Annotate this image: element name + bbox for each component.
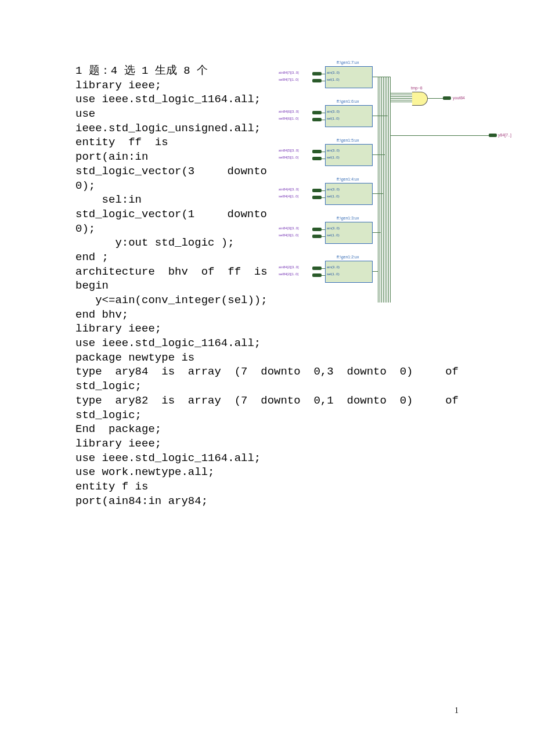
output-pin <box>489 134 497 137</box>
bus-wire <box>381 77 382 303</box>
wire <box>390 100 412 100</box>
output-label: yout84 <box>453 96 465 100</box>
wire <box>390 98 412 99</box>
code-line: use ieee.std_logic_1164.all; <box>75 451 459 466</box>
code-line: use work.newtype.all; <box>75 465 459 480</box>
output-label: y84[7..] <box>498 133 511 137</box>
code-frag: std_logic_vector(3 <box>75 164 194 179</box>
bus-wire <box>378 77 378 303</box>
internal-port-label: sel(1..0) <box>327 78 340 81</box>
wire <box>322 74 325 74</box>
internal-port-label: ain(3..0) <box>327 110 340 113</box>
code-line: std_logic_vector(3 downto <box>75 164 267 179</box>
code-line: end bhv; <box>75 308 459 322</box>
wire <box>322 113 325 113</box>
port-label: ain84[2][3..0] <box>279 265 299 269</box>
code-line: package newtype is <box>75 351 459 365</box>
port-label: sel84[5][1..0] <box>279 156 298 159</box>
code-line: std_logic; <box>75 408 459 423</box>
bus-wire <box>383 77 384 303</box>
port-label: ain84[4][3..0] <box>279 188 299 191</box>
internal-port-label: sel(1..0) <box>327 233 340 237</box>
schematic-diagram: ff:\gen1:7:uxain84[7][3..0]sel84[7][1..0… <box>279 58 464 296</box>
port-label: ain84[5][3..0] <box>279 149 299 152</box>
port-label: sel84[2][1..0] <box>279 272 298 276</box>
internal-port-label: ain(3..0) <box>327 226 340 230</box>
internal-port-label: sel(1..0) <box>327 195 340 198</box>
input-pin <box>312 79 322 82</box>
code-frag: downto <box>228 164 267 179</box>
code-line: entity f is <box>75 480 459 494</box>
input-pin <box>312 235 322 238</box>
block-title: ff:\gen1:5:ux <box>337 138 359 142</box>
wire <box>322 268 325 269</box>
block-title: ff:\gen1:7:ux <box>337 60 359 64</box>
wire <box>322 229 325 230</box>
code-line: type ary84 is array (7 downto 0,3 downto… <box>75 365 459 379</box>
internal-port-label: sel(1..0) <box>327 117 340 120</box>
wire <box>322 275 325 276</box>
wire <box>322 120 325 120</box>
code-frag: type ary84 is array (7 downto 0,3 downto… <box>75 365 413 379</box>
wire <box>390 135 489 136</box>
bus-wire <box>390 77 391 303</box>
code-line: std_logic_vector(1 downto <box>75 207 267 222</box>
code-line: End package; <box>75 422 459 437</box>
port-label: ain84[6][3..0] <box>279 110 299 113</box>
bus-wire <box>387 77 387 303</box>
and-gate <box>412 92 428 106</box>
port-label: ain84[7][3..0] <box>279 71 299 74</box>
block-title: ff:\gen1:2:ux <box>337 255 359 259</box>
mux-block <box>325 105 373 127</box>
output-pin <box>443 96 451 100</box>
code-frag: of <box>445 394 459 408</box>
wire <box>390 95 412 95</box>
input-pin <box>312 273 322 277</box>
input-pin <box>312 267 322 270</box>
port-label: sel84[6][1..0] <box>279 117 298 120</box>
wire <box>322 152 325 152</box>
mux-block <box>325 183 373 205</box>
wire <box>390 96 412 97</box>
code-line: use ieee.std_logic_1164.all; <box>75 336 459 351</box>
code-line: type ary82 is array (7 downto 0,1 downto… <box>75 394 459 408</box>
block-title: ff:\gen1:3:ux <box>337 216 359 220</box>
block-title: ff:\gen1:4:ux <box>337 177 359 181</box>
port-label: sel84[4][1..0] <box>279 195 298 198</box>
wire <box>322 190 325 191</box>
wire <box>390 102 412 102</box>
input-pin <box>312 118 322 121</box>
bus-wire <box>380 77 380 303</box>
code-frag: std_logic_vector(1 <box>75 207 194 222</box>
internal-port-label: ain(3..0) <box>327 71 340 74</box>
code-line: std_logic; <box>75 379 459 394</box>
bus-wire <box>385 77 385 303</box>
wire <box>428 98 443 99</box>
code-line: port(ain84:in ary84; <box>75 494 459 509</box>
gate-label: tmp~8 <box>411 86 423 90</box>
wire <box>322 81 325 81</box>
mux-block <box>325 222 373 244</box>
wire <box>322 197 325 198</box>
mux-block <box>325 261 373 283</box>
internal-port-label: sel(1..0) <box>327 272 340 276</box>
internal-port-label: ain(3..0) <box>327 265 340 269</box>
internal-port-label: sel(1..0) <box>327 156 340 159</box>
internal-port-label: ain(3..0) <box>327 149 340 152</box>
wire <box>390 93 412 93</box>
code-frag: of <box>445 365 459 379</box>
port-label: sel84[7][1..0] <box>279 78 298 81</box>
mux-block <box>325 144 373 166</box>
mux-block <box>325 66 373 88</box>
code-frag: downto <box>228 207 267 222</box>
input-pin <box>312 111 322 114</box>
bus-wire <box>388 77 389 303</box>
code-frag: type ary82 is array (7 downto 0,1 downto… <box>75 394 413 408</box>
input-pin <box>312 228 322 231</box>
page-number: 1 <box>454 706 459 715</box>
wire <box>373 116 388 116</box>
wire <box>322 159 325 159</box>
input-pin <box>312 150 322 153</box>
port-label: sel84[3][1..0] <box>279 233 298 237</box>
input-pin <box>312 189 322 192</box>
